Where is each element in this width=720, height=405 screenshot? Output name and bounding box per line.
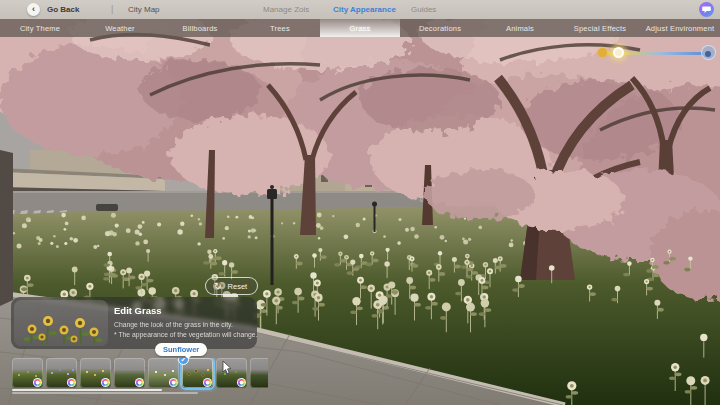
tab-trees[interactable]: Trees bbox=[240, 19, 320, 37]
grass-option-thumbnail[interactable] bbox=[148, 358, 179, 388]
color-wheel-icon[interactable] bbox=[237, 378, 246, 387]
topbar-divider: | bbox=[111, 4, 113, 14]
grass-option-thumbnail-selected[interactable]: ✓ bbox=[182, 358, 213, 388]
chat-bubble-icon[interactable] bbox=[699, 2, 714, 17]
thumbnail-scrollbar[interactable] bbox=[12, 389, 212, 394]
slider-knob[interactable] bbox=[613, 47, 624, 58]
check-icon: ✓ bbox=[178, 358, 189, 365]
grass-options-strip: ✓ bbox=[12, 358, 268, 392]
nav-manage-zois[interactable]: Manage Zois bbox=[263, 5, 309, 14]
tab-grass[interactable]: Grass bbox=[320, 19, 400, 37]
city-map-button[interactable]: City Map bbox=[128, 5, 160, 14]
grass-option-thumbnail[interactable] bbox=[12, 358, 43, 388]
left-wall bbox=[0, 150, 13, 306]
tab-animals[interactable]: Animals bbox=[480, 19, 560, 37]
nav-guides[interactable]: Guides bbox=[411, 5, 436, 14]
color-wheel-icon[interactable] bbox=[33, 378, 42, 387]
panel-description-line1: Change the look of the grass in the city… bbox=[114, 321, 233, 328]
color-wheel-icon[interactable] bbox=[101, 378, 110, 387]
grass-option-thumbnail[interactable] bbox=[250, 358, 268, 388]
sun-icon bbox=[598, 48, 607, 57]
time-of-day-slider[interactable] bbox=[596, 44, 716, 62]
tab-weather[interactable]: Weather bbox=[80, 19, 160, 37]
edit-grass-panel: Edit Grass Change the look of the grass … bbox=[11, 297, 257, 349]
grass-option-thumbnail[interactable] bbox=[114, 358, 145, 388]
scrollbar-thumb[interactable] bbox=[12, 389, 162, 391]
top-bar: ‹ Go Back | City Map Manage Zois City Ap… bbox=[0, 0, 720, 19]
color-wheel-icon[interactable] bbox=[135, 378, 144, 387]
tab-adjust-environment[interactable]: Adjust Environment bbox=[640, 19, 720, 37]
reset-label: Reset bbox=[228, 282, 248, 291]
sunflower-preview-image bbox=[14, 300, 108, 346]
grass-option-thumbnail[interactable] bbox=[216, 358, 247, 388]
scrollbar-track bbox=[12, 392, 198, 394]
back-chevron-icon[interactable]: ‹ bbox=[27, 3, 40, 16]
go-back-button[interactable]: Go Back bbox=[47, 5, 79, 14]
panel-description-line2: * The appearance of the vegetation will … bbox=[114, 331, 257, 338]
mouse-cursor-icon bbox=[222, 361, 233, 375]
reset-icon: ↻ bbox=[214, 282, 222, 291]
selected-option-tooltip: Sunflower bbox=[155, 343, 207, 356]
nav-city-appearance[interactable]: City Appearance bbox=[333, 5, 396, 14]
grass-option-thumbnail[interactable] bbox=[80, 358, 111, 388]
tab-billboards[interactable]: Billboards bbox=[160, 19, 240, 37]
tab-special-effects[interactable]: Special Effects bbox=[560, 19, 640, 37]
color-wheel-icon[interactable] bbox=[203, 378, 212, 387]
game-screen: ‹ Go Back | City Map Manage Zois City Ap… bbox=[0, 0, 720, 405]
moon-icon bbox=[701, 45, 716, 60]
panel-title: Edit Grass bbox=[114, 305, 162, 316]
grass-option-thumbnail[interactable] bbox=[46, 358, 77, 388]
color-wheel-icon[interactable] bbox=[67, 378, 76, 387]
reset-button[interactable]: ↻ Reset bbox=[205, 277, 258, 295]
color-wheel-icon[interactable] bbox=[169, 378, 178, 387]
tab-decorations[interactable]: Decorations bbox=[400, 19, 480, 37]
city-appearance-tabs: City Theme Weather Billboards Trees Gras… bbox=[0, 19, 720, 37]
tab-city-theme[interactable]: City Theme bbox=[0, 19, 80, 37]
